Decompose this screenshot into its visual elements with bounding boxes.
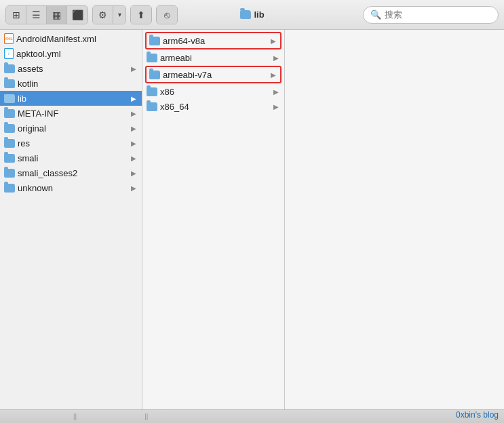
pane-item-x86-64[interactable]: x86_64 ▶	[142, 99, 284, 114]
pane-resize-marker-1: ||	[73, 413, 77, 420]
disclosure-arrow: ▶	[130, 139, 138, 147]
cover-view-button[interactable]: ⬛	[67, 5, 88, 24]
search-box: 🔍	[363, 6, 499, 24]
folder-icon	[4, 109, 15, 118]
folder-icon	[4, 154, 15, 163]
arrange-group: ⚙ ▾	[92, 5, 126, 24]
disclosure-arrow: ▶	[130, 109, 138, 117]
sidebar-item-smali-classes2[interactable]: smali_classes2 ▶	[0, 165, 142, 180]
disclosure-arrow: ▶	[130, 184, 138, 192]
folder-icon	[149, 70, 160, 79]
title-folder-icon	[239, 10, 250, 19]
main-container: XML AndroidManifest.xml i apktool.yml as…	[0, 30, 504, 409]
folder-icon	[4, 124, 15, 133]
sidebar-item-android-manifest[interactable]: XML AndroidManifest.xml	[0, 31, 142, 46]
pane-resize-marker-2: ||	[144, 413, 148, 420]
nav-back-button[interactable]: ⎋	[157, 5, 177, 24]
sidebar-item-apktool-yml[interactable]: i apktool.yml	[0, 46, 142, 61]
folder-icon	[4, 79, 15, 88]
disclosure-arrow: ▶	[269, 70, 277, 79]
disclosure-arrow: ▶	[130, 64, 138, 73]
right-pane	[285, 30, 504, 409]
window-title: lib	[239, 9, 264, 20]
disclosure-arrow: ▶	[130, 154, 138, 162]
pane-item-armeabi[interactable]: armeabi ▶	[142, 50, 284, 65]
folder-icon	[149, 37, 160, 45]
folder-icon	[4, 184, 15, 193]
search-input[interactable]	[385, 9, 491, 20]
yml-file-icon: i	[4, 48, 14, 59]
folder-icon	[147, 54, 157, 62]
column-view-button[interactable]: ▦	[47, 5, 67, 24]
grid-view-button[interactable]: ⊞	[6, 5, 26, 24]
arrange-button[interactable]: ⚙	[93, 5, 113, 24]
share-button[interactable]: ⬆	[131, 5, 151, 24]
disclosure-arrow: ▶	[272, 54, 280, 62]
sidebar-item-kotlin[interactable]: kotlin	[0, 76, 142, 91]
titlebar: ⊞ ☰ ▦ ⬛ ⚙ ▾ ⬆ ⎋ lib 🔍	[0, 0, 504, 30]
sidebar-item-meta-inf[interactable]: META-INF ▶	[0, 106, 142, 121]
pane-item-arm64-v8a[interactable]: arm64-v8a ▶	[147, 33, 280, 48]
pane-item-armeabi-v7a[interactable]: armeabi-v7a ▶	[147, 67, 280, 82]
xml-file-icon: XML	[4, 33, 14, 44]
folder-icon	[147, 87, 157, 96]
list-view-button[interactable]: ☰	[26, 5, 47, 24]
pane-item-x86[interactable]: x86 ▶	[142, 84, 284, 99]
folder-icon	[4, 139, 15, 148]
view-mode-group: ⊞ ☰ ▦ ⬛	[5, 5, 88, 24]
folder-icon	[4, 64, 15, 73]
nav-group: ⎋	[156, 5, 178, 24]
folder-icon-selected	[4, 94, 15, 103]
folder-icon	[4, 169, 15, 178]
search-icon: 🔍	[370, 9, 381, 20]
sidebar-item-unknown[interactable]: unknown ▶	[0, 180, 142, 195]
sidebar-item-original[interactable]: original ▶	[0, 121, 142, 136]
disclosure-arrow: ▶	[130, 124, 138, 132]
action-group: ⬆	[130, 5, 152, 24]
sidebar-item-smali[interactable]: smali ▶	[0, 150, 142, 165]
middle-pane: arm64-v8a ▶ armeabi ▶ armeabi-v7a ▶ x86 …	[142, 30, 285, 409]
sidebar-item-res[interactable]: res ▶	[0, 136, 142, 150]
disclosure-arrow: ▶	[130, 169, 138, 177]
arrange-arrow-button[interactable]: ▾	[113, 5, 125, 24]
sidebar-item-assets[interactable]: assets ▶	[0, 61, 142, 76]
armeabi-v7a-highlight-box: armeabi-v7a ▶	[145, 66, 282, 83]
arm64-highlight-box: arm64-v8a ▶	[145, 32, 282, 49]
sidebar: XML AndroidManifest.xml i apktool.yml as…	[0, 30, 142, 409]
sidebar-item-lib[interactable]: lib ▶	[0, 91, 142, 106]
watermark: 0xbin's blog	[456, 410, 499, 420]
disclosure-arrow: ▶	[130, 94, 138, 102]
bottom-bar: || || 0xbin's blog	[0, 409, 504, 423]
disclosure-arrow: ▶	[272, 102, 280, 110]
disclosure-arrow: ▶	[272, 87, 280, 96]
folder-icon	[147, 102, 157, 111]
disclosure-arrow: ▶	[269, 37, 277, 45]
